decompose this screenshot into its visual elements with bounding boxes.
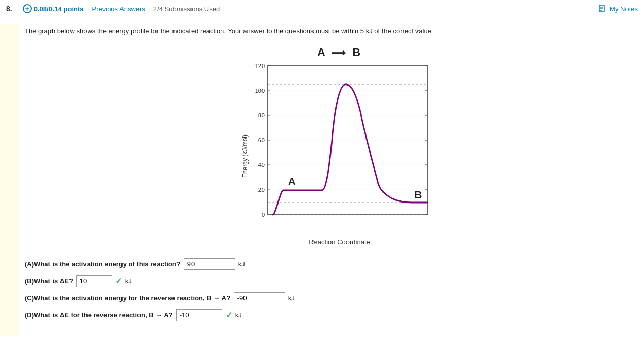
question-c-unit: kJ: [288, 294, 295, 302]
question-d-label: (D)What is ΔE for the reverse reaction, …: [25, 311, 173, 319]
my-notes-button[interactable]: My Notes: [598, 5, 638, 13]
content-area: The graph below shows the energy profile…: [0, 18, 644, 337]
question-d-row: (D)What is ΔE for the reverse reaction, …: [25, 309, 634, 321]
question-a-label: (A)What is the activation energy of this…: [25, 260, 181, 268]
points-text: 0.08/0.14 points: [34, 5, 84, 13]
svg-text:40: 40: [258, 162, 264, 168]
my-notes-label: My Notes: [610, 5, 638, 13]
svg-text:120: 120: [255, 63, 264, 69]
title-arrow: ⟶: [331, 47, 347, 58]
point-b-label: B: [414, 189, 422, 200]
left-bar: [0, 24, 19, 336]
notes-icon: [598, 5, 606, 13]
svg-text:60: 60: [258, 137, 264, 143]
question-number: 8.: [6, 5, 12, 13]
title-a: A: [317, 46, 326, 59]
question-a-unit: kJ: [238, 260, 245, 268]
svg-text:0: 0: [261, 212, 264, 218]
question-d-check: ✓: [225, 310, 232, 320]
svg-text:20: 20: [258, 187, 264, 193]
main-content: The graph below shows the energy profile…: [19, 24, 644, 336]
question-b-check: ✓: [115, 276, 122, 286]
points-badge: + 0.08/0.14 points: [23, 4, 84, 13]
x-axis-label: Reaction Coordinate: [242, 238, 438, 246]
svg-text:100: 100: [255, 88, 264, 94]
question-c-label: (C)What is the activation energy for the…: [25, 294, 231, 302]
question-b-input[interactable]: [76, 275, 112, 287]
questions-section: (A)What is the activation energy of this…: [25, 258, 634, 321]
question-a-input[interactable]: [184, 258, 235, 270]
question-c-input[interactable]: [234, 292, 285, 304]
point-a-label: A: [288, 176, 295, 187]
title-b: B: [352, 46, 362, 59]
question-c-row: (C)What is the activation energy for the…: [25, 292, 634, 304]
question-b-row: (B)What is ΔE? ✓ kJ: [25, 275, 634, 287]
svg-text:80: 80: [258, 112, 264, 119]
plus-icon: +: [23, 4, 32, 13]
problem-description: The graph below shows the energy profile…: [25, 26, 634, 37]
energy-chart: 0 20 40 60 80 100 120: [242, 60, 438, 235]
graph-title: A ⟶ B: [242, 46, 438, 59]
graph-container: Energy (kJ/mol) A ⟶ B: [25, 46, 634, 246]
question-b-label: (B)What is ΔE?: [25, 277, 73, 285]
submissions-used: 2/4 Submissions Used: [153, 5, 220, 13]
previous-answers-link[interactable]: Previous Answers: [92, 5, 145, 13]
y-axis-label: Energy (kJ/mol): [241, 125, 249, 187]
header-bar: 8. + 0.08/0.14 points Previous Answers 2…: [0, 0, 644, 18]
question-b-unit: kJ: [125, 277, 132, 285]
question-d-unit: kJ: [235, 311, 242, 319]
question-d-input[interactable]: [176, 309, 222, 321]
question-a-row: (A)What is the activation energy of this…: [25, 258, 634, 270]
